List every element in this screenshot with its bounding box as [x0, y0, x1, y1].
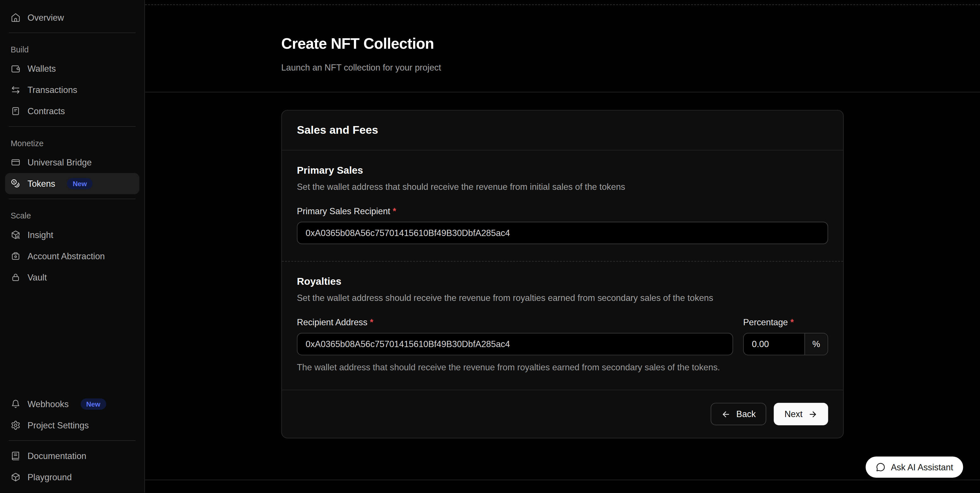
sidebar-divider: [9, 440, 135, 441]
next-button-label: Next: [784, 409, 802, 419]
sidebar-section-monetize: Monetize: [5, 139, 140, 148]
sidebar-spacer: [5, 288, 140, 393]
sidebar-section-scale: Scale: [5, 211, 140, 220]
content-frame: Create NFT Collection Launch an NFT coll…: [145, 4, 980, 480]
royalties-recipient-input[interactable]: [297, 333, 733, 355]
sidebar-item-label: Account Abstraction: [27, 251, 105, 261]
sidebar-divider: [9, 199, 135, 199]
royalties-percentage-group: %: [743, 333, 828, 355]
lock-icon: [11, 272, 21, 282]
contract-document-icon: [11, 106, 21, 116]
sidebar-item-account-abstraction[interactable]: Account Abstraction: [5, 246, 140, 266]
sidebar-item-universal-bridge[interactable]: Universal Bridge: [5, 152, 140, 173]
new-badge: New: [67, 178, 93, 189]
new-badge: New: [81, 398, 106, 410]
sidebar-item-insight[interactable]: Insight: [5, 224, 140, 246]
card-title: Sales and Fees: [297, 124, 828, 137]
sidebar-item-label: Insight: [27, 230, 53, 240]
sidebar-item-documentation[interactable]: Documentation: [5, 445, 140, 467]
primary-sales-heading: Primary Sales: [297, 164, 828, 176]
chat-bubble-icon: [876, 462, 886, 472]
percent-suffix: %: [805, 333, 828, 355]
ask-ai-assistant-label: Ask AI Assistant: [891, 462, 953, 472]
required-asterisk: *: [370, 317, 373, 327]
sidebar-item-label: Vault: [27, 272, 47, 282]
bell-icon: [11, 399, 21, 409]
book-icon: [11, 451, 21, 461]
sidebar-item-label: Contracts: [27, 106, 65, 116]
wallet-icon: [11, 64, 21, 74]
sidebar-item-project-settings[interactable]: Project Settings: [5, 415, 140, 436]
primary-sales-recipient-label: Primary Sales Recipient *: [297, 206, 828, 216]
card-header: Sales and Fees: [282, 111, 843, 151]
page-body: Sales and Fees Primary Sales Set the wal…: [145, 93, 980, 480]
sidebar-item-playground[interactable]: Playground: [5, 466, 140, 488]
sidebar-section-build: Build: [5, 45, 140, 54]
coins-icon: [11, 179, 21, 189]
sidebar-item-label: Webhooks: [27, 399, 68, 409]
royalties-help-text: The wallet address that should receive t…: [297, 362, 828, 373]
primary-sales-recipient-input[interactable]: [297, 222, 828, 244]
sidebar-item-label: Documentation: [27, 451, 86, 461]
required-asterisk: *: [393, 206, 396, 216]
sidebar-item-label: Wallets: [27, 64, 56, 74]
sidebar-item-label: Project Settings: [27, 420, 89, 430]
card-footer: Back Next: [282, 390, 843, 438]
arrow-right-icon: [808, 409, 818, 419]
app-root: Overview Build Wallets Transactions Cont…: [0, 0, 980, 493]
label-text: Recipient Address: [297, 317, 368, 327]
sidebar-item-label: Tokens: [27, 179, 55, 189]
sidebar-item-overview[interactable]: Overview: [5, 7, 140, 28]
royalties-recipient-label: Recipient Address *: [297, 317, 733, 327]
cube-icon: [11, 472, 21, 482]
royalties-heading: Royalties: [297, 276, 828, 287]
main-top-gap: [145, 0, 980, 4]
page-subtitle: Launch an NFT collection for your projec…: [281, 63, 844, 73]
page-header: Create NFT Collection Launch an NFT coll…: [145, 5, 980, 93]
ask-ai-assistant-button[interactable]: Ask AI Assistant: [866, 457, 963, 478]
required-asterisk: *: [790, 317, 794, 327]
primary-sales-section: Primary Sales Set the wallet address tha…: [282, 151, 843, 262]
sidebar-item-vault[interactable]: Vault: [5, 266, 140, 288]
sidebar-item-tokens[interactable]: Tokens New: [5, 173, 140, 194]
royalties-percentage-label: Percentage *: [743, 317, 828, 327]
back-button[interactable]: Back: [711, 403, 766, 425]
sidebar-item-wallets[interactable]: Wallets: [5, 58, 140, 79]
royalties-section: Royalties Set the wallet address should …: [282, 262, 843, 390]
sales-and-fees-card: Sales and Fees Primary Sales Set the wal…: [281, 110, 844, 438]
sidebar-item-label: Overview: [27, 13, 64, 22]
sidebar-divider: [9, 126, 135, 127]
arrows-left-right-icon: [11, 85, 21, 95]
sidebar-item-webhooks[interactable]: Webhooks New: [5, 393, 140, 415]
label-text: Primary Sales Recipient: [297, 206, 390, 216]
sidebar-divider: [9, 33, 135, 33]
royalties-percentage-input[interactable]: [744, 333, 805, 355]
sidebar-item-transactions[interactable]: Transactions: [5, 79, 140, 101]
main-area: Create NFT Collection Launch an NFT coll…: [145, 0, 980, 493]
arrow-left-icon: [721, 409, 731, 419]
package-search-icon: [11, 230, 21, 240]
sidebar: Overview Build Wallets Transactions Cont…: [0, 0, 145, 493]
sidebar-item-label: Playground: [27, 472, 72, 482]
sidebar-item-label: Universal Bridge: [27, 157, 92, 167]
credit-card-icon: [11, 157, 21, 167]
primary-sales-description: Set the wallet address that should recei…: [297, 182, 828, 192]
home-icon: [11, 13, 21, 22]
label-text: Percentage: [743, 317, 788, 327]
page-title: Create NFT Collection: [281, 35, 844, 53]
sidebar-item-contracts[interactable]: Contracts: [5, 101, 140, 122]
smart-account-icon: [11, 251, 21, 261]
next-button[interactable]: Next: [774, 403, 828, 425]
gear-icon: [11, 420, 21, 430]
royalties-description: Set the wallet address should receive th…: [297, 293, 828, 303]
back-button-label: Back: [737, 409, 756, 419]
sidebar-item-label: Transactions: [27, 85, 77, 95]
